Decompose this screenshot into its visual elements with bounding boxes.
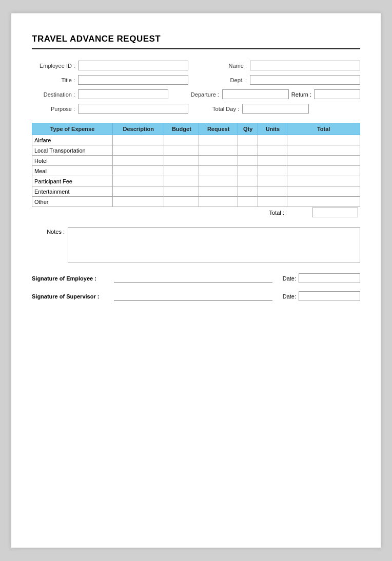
expense-data-cell[interactable] xyxy=(164,197,199,207)
expense-data-cell[interactable] xyxy=(164,166,199,176)
expense-data-cell[interactable] xyxy=(238,176,258,186)
destination-input[interactable] xyxy=(78,89,168,99)
expense-data-cell[interactable] xyxy=(258,145,287,156)
expense-data-cell[interactable] xyxy=(113,197,164,207)
page-title: TRAVEL ADVANCE REQUEST xyxy=(32,34,360,49)
expense-data-cell[interactable] xyxy=(238,186,258,197)
expense-data-cell[interactable] xyxy=(258,197,287,207)
dept-group: Dept. : xyxy=(204,75,360,85)
departure-label: Departure : xyxy=(184,91,222,98)
expense-data-cell[interactable] xyxy=(238,166,258,176)
total-day-group: Total Day : xyxy=(204,104,360,114)
table-row: Local Transportation xyxy=(32,145,360,156)
table-row: Other xyxy=(32,197,360,207)
expense-data-cell[interactable] xyxy=(199,145,238,156)
expense-data-cell[interactable] xyxy=(258,156,287,166)
expense-type-cell: Other xyxy=(32,197,113,207)
employee-id-label: Employee ID : xyxy=(32,63,78,69)
expense-data-cell[interactable] xyxy=(258,176,287,186)
purpose-input[interactable] xyxy=(78,104,188,114)
col-header-type: Type of Expense xyxy=(32,123,113,135)
expense-table: Type of Expense Description Budget Reque… xyxy=(32,123,360,218)
expense-data-cell[interactable] xyxy=(238,156,258,166)
return-label: Return : xyxy=(289,91,314,98)
expense-type-cell: Hotel xyxy=(32,156,113,166)
col-header-budget: Budget xyxy=(164,123,199,135)
expense-data-cell[interactable] xyxy=(287,145,360,156)
expense-data-cell[interactable] xyxy=(258,166,287,176)
table-row: Airfare xyxy=(32,135,360,145)
notes-textarea[interactable] xyxy=(68,227,360,263)
expense-data-cell[interactable] xyxy=(199,186,238,197)
table-row: Entertainment xyxy=(32,186,360,197)
expense-data-cell[interactable] xyxy=(164,156,199,166)
return-input[interactable] xyxy=(314,89,360,99)
expense-data-cell[interactable] xyxy=(199,176,238,186)
expense-data-cell[interactable] xyxy=(113,135,164,145)
total-value-input[interactable] xyxy=(312,208,358,217)
sig-employee-date-input[interactable] xyxy=(299,273,360,283)
signature-employee-row: Signature of Employee : Date: xyxy=(32,273,360,283)
expense-data-cell[interactable] xyxy=(238,135,258,145)
form-row-4: Purpose : Total Day : xyxy=(32,104,360,114)
departure-input[interactable] xyxy=(222,89,289,99)
expense-data-cell[interactable] xyxy=(113,156,164,166)
col-header-request: Request xyxy=(199,123,238,135)
table-row: Participant Fee xyxy=(32,176,360,186)
expense-data-cell[interactable] xyxy=(164,145,199,156)
expense-data-cell[interactable] xyxy=(287,186,360,197)
sig-supervisor-date-input[interactable] xyxy=(299,291,360,301)
destination-label: Destination : xyxy=(32,91,78,98)
expense-data-cell[interactable] xyxy=(287,156,360,166)
expense-data-cell[interactable] xyxy=(113,176,164,186)
sig-employee-label: Signature of Employee : xyxy=(32,275,114,282)
dept-input[interactable] xyxy=(250,75,360,85)
form-row-3: Destination : Departure : Return : xyxy=(32,89,360,99)
dept-label: Dept. : xyxy=(204,77,250,83)
expense-type-cell: Meal xyxy=(32,166,113,176)
expense-data-cell[interactable] xyxy=(164,176,199,186)
expense-data-cell[interactable] xyxy=(287,176,360,186)
col-header-total: Total xyxy=(287,123,360,135)
form-fields: Employee ID : Name : Title : Dept. : xyxy=(32,61,360,114)
expense-type-cell: Entertainment xyxy=(32,186,113,197)
expense-data-cell[interactable] xyxy=(199,166,238,176)
total-row: Total : xyxy=(32,207,360,218)
expense-data-cell[interactable] xyxy=(164,135,199,145)
expense-data-cell[interactable] xyxy=(199,197,238,207)
name-group: Name : xyxy=(204,61,360,70)
total-day-label: Total Day : xyxy=(204,106,242,112)
expense-data-cell[interactable] xyxy=(113,166,164,176)
purpose-group: Purpose : xyxy=(32,104,188,114)
sig-supervisor-date-label: Date: xyxy=(283,293,296,300)
expense-data-cell[interactable] xyxy=(199,156,238,166)
expense-data-cell[interactable] xyxy=(258,186,287,197)
expense-data-cell[interactable] xyxy=(287,135,360,145)
employee-id-group: Employee ID : xyxy=(32,61,188,70)
table-row: Meal xyxy=(32,166,360,176)
name-label: Name : xyxy=(204,63,250,69)
col-header-description: Description xyxy=(113,123,164,135)
title-group: Title : xyxy=(32,75,188,85)
expense-data-cell[interactable] xyxy=(113,186,164,197)
name-input[interactable] xyxy=(250,61,360,70)
total-day-input[interactable] xyxy=(242,104,309,114)
expense-data-cell[interactable] xyxy=(164,186,199,197)
signature-supervisor-row: Signature of Supervisor : Date: xyxy=(32,291,360,301)
expense-data-cell[interactable] xyxy=(199,135,238,145)
total-label: Total : xyxy=(258,207,287,218)
title-input[interactable] xyxy=(78,75,188,85)
sig-supervisor-line xyxy=(114,292,272,301)
expense-data-cell[interactable] xyxy=(238,197,258,207)
expense-data-cell[interactable] xyxy=(238,145,258,156)
expense-data-cell[interactable] xyxy=(287,166,360,176)
destination-group: Destination : xyxy=(32,89,168,99)
expense-data-cell[interactable] xyxy=(287,197,360,207)
expense-data-cell[interactable] xyxy=(113,145,164,156)
sig-employee-line xyxy=(114,274,272,283)
employee-id-input[interactable] xyxy=(78,61,188,70)
form-row-1: Employee ID : Name : xyxy=(32,61,360,70)
expense-data-cell[interactable] xyxy=(258,135,287,145)
sig-employee-date-label: Date: xyxy=(283,275,296,282)
expense-type-cell: Participant Fee xyxy=(32,176,113,186)
